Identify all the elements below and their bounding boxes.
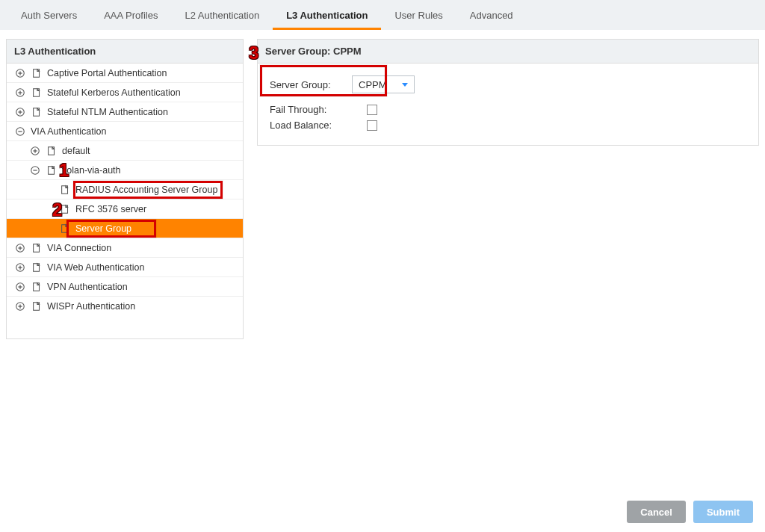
tree-label: RADIUS Accounting Server Group (75, 185, 217, 195)
fail-through-label: Fail Through: (270, 104, 367, 115)
plus-circle-icon[interactable] (14, 106, 26, 118)
tree-label: flolan-via-auth (62, 165, 121, 176)
page-icon (59, 203, 71, 215)
tree-item-flolan-via-auth[interactable]: flolan-via-auth (7, 161, 243, 180)
load-balance-label: Load Balance: (270, 120, 367, 131)
tab-user-rules[interactable]: User Rules (381, 0, 456, 30)
tree-item-stateful-ntlm[interactable]: Stateful NTLM Authentication (7, 102, 243, 122)
fail-through-checkbox[interactable] (367, 105, 377, 115)
tree-item-via-connection[interactable]: VIA Connection (7, 238, 243, 258)
cancel-button[interactable]: Cancel (627, 501, 686, 523)
tree-item-vpn-auth[interactable]: VPN Authentication (7, 277, 243, 297)
page-icon (31, 262, 43, 273)
tree-item-default[interactable]: default (7, 141, 243, 161)
tree-label: Stateful NTLM Authentication (47, 107, 168, 117)
tree-label: VPN Authentication (47, 282, 128, 292)
page-icon (31, 281, 43, 293)
load-balance-checkbox[interactable] (367, 120, 377, 131)
tree: Captive Portal Authentication Stateful K… (7, 64, 243, 338)
server-group-value: CPPM (359, 79, 387, 90)
tree-label: VIA Authentication (31, 126, 106, 137)
left-panel-title: L3 Authentication (7, 40, 243, 64)
tree-label: default (62, 146, 90, 156)
plus-circle-icon[interactable] (14, 281, 26, 293)
page-icon (31, 67, 43, 79)
submit-button[interactable]: Submit (693, 501, 753, 523)
plus-circle-icon[interactable] (14, 67, 26, 79)
tree-item-rfc-3576[interactable]: RFC 3576 server (7, 200, 243, 219)
page-icon (31, 242, 43, 254)
page-icon (59, 184, 71, 196)
top-tabbar: Auth Servers AAA Profiles L2 Authenticat… (0, 0, 765, 30)
page-icon (46, 145, 58, 157)
left-panel: L3 Authentication Captive Portal Authent… (6, 39, 244, 339)
tab-advanced[interactable]: Advanced (456, 0, 527, 30)
plus-circle-icon[interactable] (14, 242, 26, 254)
tree-label: Stateful Kerberos Authentication (47, 87, 181, 98)
tab-l3-authentication[interactable]: L3 Authentication (273, 0, 381, 30)
footer-actions: Cancel Submit (627, 501, 753, 523)
page-icon (31, 87, 43, 99)
server-group-select[interactable]: CPPM (352, 75, 415, 93)
tree-label: VIA Connection (47, 243, 111, 253)
right-panel-title: Server Group: CPPM (257, 39, 759, 64)
tree-item-captive-portal[interactable]: Captive Portal Authentication (7, 64, 243, 83)
tab-auth-servers[interactable]: Auth Servers (7, 0, 90, 30)
chevron-down-icon (402, 83, 408, 87)
plus-circle-icon[interactable] (14, 87, 26, 99)
tree-item-server-group[interactable]: Server Group (7, 219, 243, 238)
tree-label: VIA Web Authentication (47, 262, 144, 273)
minus-circle-icon[interactable] (29, 164, 41, 176)
right-panel-body: Server Group: CPPM Fail Through: Load Ba… (257, 64, 759, 146)
tree-item-stateful-kerberos[interactable]: Stateful Kerberos Authentication (7, 83, 243, 102)
tree-label: Server Group (75, 223, 131, 234)
plus-circle-icon[interactable] (29, 145, 41, 157)
page-icon (31, 106, 43, 118)
tree-item-via-web-auth[interactable]: VIA Web Authentication (7, 258, 243, 277)
server-group-label: Server Group: (270, 79, 352, 90)
minus-circle-icon[interactable] (14, 126, 26, 137)
tree-item-radius-accounting[interactable]: RADIUS Accounting Server Group (7, 180, 243, 200)
tree-label: RFC 3576 server (75, 204, 146, 214)
plus-circle-icon[interactable] (14, 262, 26, 273)
page-icon (31, 300, 43, 312)
tree-label: Captive Portal Authentication (47, 68, 167, 78)
tab-l2-authentication[interactable]: L2 Authentication (171, 0, 273, 30)
page-icon (46, 164, 58, 176)
tree-item-via-authentication[interactable]: VIA Authentication (7, 122, 243, 141)
page-icon (59, 223, 71, 235)
plus-circle-icon[interactable] (14, 300, 26, 312)
tree-item-wispr-auth[interactable]: WISPr Authentication (7, 297, 243, 316)
tab-aaa-profiles[interactable]: AAA Profiles (90, 0, 171, 30)
tree-label: WISPr Authentication (47, 301, 135, 312)
